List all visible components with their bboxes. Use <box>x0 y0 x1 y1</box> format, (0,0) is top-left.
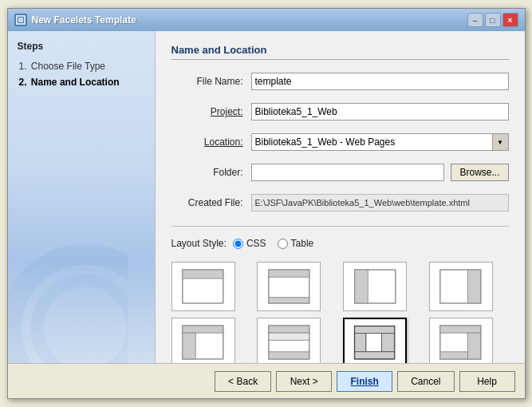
layout-thumb-6[interactable] <box>343 318 407 363</box>
svg-rect-1 <box>18 18 23 22</box>
layout-svg-6 <box>353 324 396 361</box>
project-input[interactable] <box>251 103 509 121</box>
layout-svg-7 <box>439 323 483 362</box>
radio-css-input[interactable] <box>233 239 243 249</box>
minimize-button[interactable]: – <box>467 13 483 27</box>
layout-thumb-0[interactable] <box>171 262 235 311</box>
created-file-label: Created File: <box>171 197 243 208</box>
file-name-row: File Name: <box>171 73 509 90</box>
svg-rect-8 <box>269 298 309 303</box>
radio-css-label: CSS <box>246 238 266 249</box>
browse-button[interactable]: Browse... <box>451 164 508 181</box>
svg-rect-19 <box>269 352 309 359</box>
project-label: Project: <box>171 106 243 117</box>
close-button[interactable]: × <box>502 13 518 27</box>
radio-table[interactable]: Table <box>278 238 314 249</box>
layout-thumb-4[interactable] <box>171 318 235 363</box>
maximize-button[interactable]: □ <box>485 13 501 27</box>
sidebar: Steps 1. Choose File Type 2. Name and Lo… <box>8 31 156 363</box>
location-label: Location: <box>171 136 243 148</box>
svg-rect-15 <box>183 333 195 359</box>
svg-point-2 <box>10 254 128 363</box>
svg-rect-21 <box>355 326 395 334</box>
layout-svg-3 <box>439 267 483 306</box>
title-bar: New Facelets Template – □ × <box>8 9 525 31</box>
layout-svg-0 <box>181 267 225 306</box>
svg-rect-22 <box>355 333 366 351</box>
radio-css[interactable]: CSS <box>233 238 266 249</box>
dialog-window: New Facelets Template – □ × Steps 1. Cho… <box>7 8 526 399</box>
layout-svg-4 <box>181 323 225 362</box>
location-select-wrapper: Biblioteka5_1_Web - Web Pages ▼ <box>251 133 509 151</box>
folder-input[interactable] <box>251 164 445 181</box>
dialog-body: Steps 1. Choose File Type 2. Name and Lo… <box>8 31 525 363</box>
layout-style-row: Layout Style: CSS Table <box>171 238 509 249</box>
layout-thumb-5[interactable] <box>257 318 321 363</box>
sidebar-heading: Steps <box>18 41 145 52</box>
svg-rect-24 <box>382 333 395 351</box>
dialog-title: New Facelets Template <box>32 14 467 26</box>
svg-rect-23 <box>366 333 382 351</box>
radio-table-label: Table <box>291 238 314 249</box>
folder-label: Folder: <box>171 167 243 178</box>
svg-rect-17 <box>269 326 309 333</box>
layout-thumb-7[interactable] <box>429 318 493 363</box>
help-button[interactable]: Help <box>459 371 515 392</box>
file-name-input[interactable] <box>251 73 509 90</box>
layout-svg-5 <box>267 323 311 362</box>
next-button[interactable]: Next > <box>276 371 332 392</box>
radio-table-input[interactable] <box>278 239 288 249</box>
svg-point-3 <box>37 281 127 363</box>
section-title: Name and Location <box>171 44 509 60</box>
folder-row: Folder: Browse... <box>171 164 509 181</box>
sidebar-step-1: 1. Choose File Type <box>18 60 145 73</box>
layout-style-radio-group: CSS Table <box>233 238 313 249</box>
title-bar-icon <box>14 14 27 26</box>
location-select[interactable]: Biblioteka5_1_Web - Web Pages <box>251 133 493 151</box>
created-file-value: E:\JSF\JavaPK\Biblioteka5_1_Web\web\temp… <box>251 194 509 211</box>
back-button[interactable]: < Back <box>215 371 271 392</box>
separator <box>171 226 509 227</box>
layout-thumb-1[interactable] <box>257 262 321 311</box>
dialog-footer: < Back Next > Finish Cancel Help <box>8 363 525 398</box>
layout-style-label: Layout Style: <box>171 238 227 249</box>
main-content: Name and Location File Name: Project: Lo… <box>156 31 525 363</box>
layout-svg-1 <box>267 267 311 306</box>
svg-rect-5 <box>183 270 223 279</box>
svg-rect-18 <box>269 333 309 340</box>
sidebar-steps: 1. Choose File Type 2. Name and Location <box>18 60 145 89</box>
svg-rect-12 <box>468 270 481 303</box>
svg-rect-28 <box>468 333 481 359</box>
layout-thumb-3[interactable] <box>429 262 493 311</box>
finish-button[interactable]: Finish <box>337 371 392 392</box>
svg-rect-29 <box>440 352 468 359</box>
svg-rect-27 <box>440 326 481 333</box>
created-file-row: Created File: E:\JSF\JavaPK\Biblioteka5_… <box>171 194 509 211</box>
layout-section: Layout Style: CSS Table <box>171 238 509 363</box>
title-bar-buttons: – □ × <box>467 13 518 27</box>
layout-svg-2 <box>353 267 397 306</box>
location-dropdown-arrow[interactable]: ▼ <box>493 133 509 151</box>
svg-rect-25 <box>355 352 395 359</box>
file-name-label: File Name: <box>171 76 243 87</box>
svg-rect-10 <box>355 270 368 303</box>
layout-thumb-2[interactable] <box>343 262 407 311</box>
sidebar-step-2: 2. Name and Location <box>18 76 145 89</box>
sidebar-watermark <box>8 243 128 363</box>
cancel-button[interactable]: Cancel <box>397 371 454 392</box>
layout-grid <box>171 257 509 363</box>
svg-rect-14 <box>183 326 223 333</box>
svg-rect-7 <box>269 270 309 277</box>
project-row: Project: <box>171 103 509 121</box>
location-row: Location: Biblioteka5_1_Web - Web Pages … <box>171 133 509 151</box>
